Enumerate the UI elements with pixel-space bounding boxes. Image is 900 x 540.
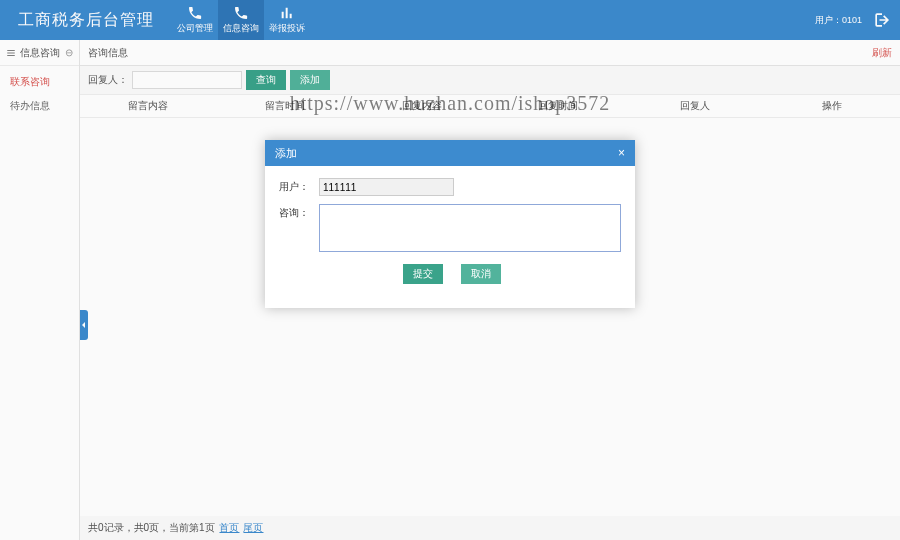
modal-title: 添加 xyxy=(275,146,297,161)
modal-header: 添加 × xyxy=(265,140,635,166)
user-field-label: 用户： xyxy=(279,178,319,194)
add-modal: 添加 × 用户： 咨询： 提交 取消 xyxy=(265,140,635,308)
cancel-button[interactable]: 取消 xyxy=(461,264,501,284)
close-icon[interactable]: × xyxy=(618,146,625,160)
submit-button[interactable]: 提交 xyxy=(403,264,443,284)
content-field-label: 咨询： xyxy=(279,204,319,220)
user-field xyxy=(319,178,454,196)
content-textarea[interactable] xyxy=(319,204,621,252)
